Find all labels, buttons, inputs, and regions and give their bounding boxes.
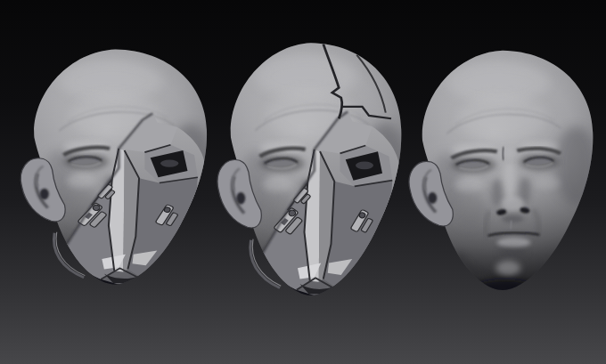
head-masked-variant-b (200, 33, 422, 317)
render-canvas (0, 0, 606, 364)
sculpted-head-base (409, 51, 597, 296)
head-unmasked (391, 41, 606, 311)
head-masked-variant-a (3, 40, 228, 304)
